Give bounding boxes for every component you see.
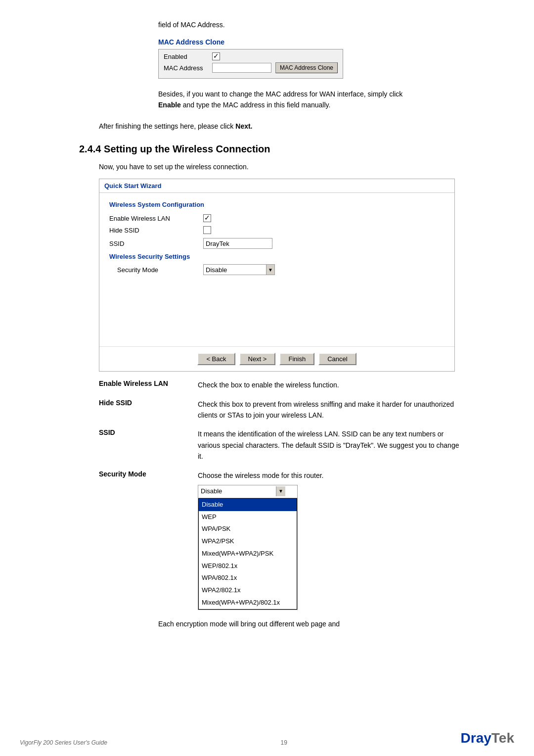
wizard-title: Quick Start Wizard xyxy=(99,179,454,193)
desc-term-security-mode: Security Mode xyxy=(99,470,188,478)
mac-enabled-label: Enabled xyxy=(164,53,208,60)
desc-ssid: SSID It means the identification of the … xyxy=(99,428,465,462)
mac-table: Enabled MAC Address MAC Address Clone xyxy=(158,49,343,79)
ssid-label: SSID xyxy=(109,240,198,247)
desc-def-enable-wireless: Check the box to enable the wireless fun… xyxy=(198,379,465,390)
dropdown-selected-text: Disable xyxy=(199,486,276,497)
desc-term-enable-wireless: Enable Wireless LAN xyxy=(99,379,188,387)
dropdown-option-wep[interactable]: WEP xyxy=(199,511,297,523)
enable-wireless-checkbox[interactable] xyxy=(203,214,211,222)
mac-address-clone-section: MAC Address Clone Enabled MAC Address MA… xyxy=(158,38,494,79)
logo-tek: Tek xyxy=(491,730,514,746)
wizard-spacer xyxy=(109,279,445,338)
wireless-security-row: Wireless Security Settings xyxy=(109,253,445,260)
dropdown-option-disable[interactable]: Disable xyxy=(199,499,297,511)
mac-address-label: MAC Address xyxy=(164,64,208,72)
next-button[interactable]: Next > xyxy=(239,353,276,365)
ssid-row: SSID xyxy=(109,238,445,249)
mac-enabled-row: Enabled xyxy=(164,52,338,60)
desc-term-hide-ssid: Hide SSID xyxy=(99,399,188,407)
desc-def-hide-ssid: Check this box to prevent from wireless … xyxy=(198,399,465,421)
security-mode-select[interactable]: Disable ▼ xyxy=(203,264,275,275)
desc-term-ssid: SSID xyxy=(99,428,188,436)
mac-enabled-checkbox[interactable] xyxy=(212,52,220,60)
encryption-text: Each encryption mode will bring out diff… xyxy=(158,620,494,628)
footer-left: VigorFly 200 Series User's Guide xyxy=(20,739,107,746)
footer-logo: DrayTek xyxy=(461,730,514,746)
mac-section-title: MAC Address Clone xyxy=(158,38,494,46)
after-text: After finishing the settings here, pleas… xyxy=(99,121,494,132)
dropdown-option-mixed-8021x[interactable]: Mixed(WPA+WPA2)/802.1x xyxy=(199,597,297,609)
dropdown-option-mixed-psk[interactable]: Mixed(WPA+WPA2)/PSK xyxy=(199,548,297,560)
desc-hide-ssid: Hide SSID Check this box to prevent from… xyxy=(99,399,465,421)
enable-wireless-label: Enable Wireless LAN xyxy=(109,215,198,222)
next-bold: Next. xyxy=(235,122,252,130)
dropdown-option-wpapsk[interactable]: WPA/PSK xyxy=(199,523,297,535)
dropdown-list: Disable WEP WPA/PSK WPA2/PSK Mixed(WPA+W… xyxy=(198,498,297,610)
wizard-body: Wireless System Configuration Enable Wir… xyxy=(99,193,454,346)
hide-ssid-row: Hide SSID xyxy=(109,226,445,234)
mac-clone-button[interactable]: MAC Address Clone xyxy=(275,62,338,73)
finish-button[interactable]: Finish xyxy=(279,353,314,365)
mac-address-input[interactable] xyxy=(212,63,271,73)
desc-def-security-mode: Choose the wireless mode for this router… xyxy=(198,470,465,610)
quick-start-wizard: Quick Start Wizard Wireless System Confi… xyxy=(99,179,455,372)
desc-def-ssid: It means the identification of the wirel… xyxy=(198,428,465,462)
dropdown-option-wpa8021x[interactable]: WPA/802.1x xyxy=(199,572,297,584)
security-mode-label: Security Mode xyxy=(109,266,198,274)
desc-security-mode: Security Mode Choose the wireless mode f… xyxy=(99,470,465,610)
ssid-input[interactable] xyxy=(203,238,272,249)
wizard-footer: < Back Next > Finish Cancel xyxy=(99,346,454,371)
now-text: Now, you have to set up the wireless con… xyxy=(99,163,494,171)
enable-wireless-row: Enable Wireless LAN xyxy=(109,214,445,222)
mac-address-row: MAC Address MAC Address Clone xyxy=(164,62,338,73)
footer: VigorFly 200 Series User's Guide 19 Dray… xyxy=(0,720,534,756)
dropdown-option-wpa2psk[interactable]: WPA2/PSK xyxy=(199,535,297,548)
besides-text: Besides, if you want to change the MAC a… xyxy=(158,89,415,111)
wireless-security-label: Wireless Security Settings xyxy=(109,253,198,260)
dropdown-option-wep8021x[interactable]: WEP/802.1x xyxy=(199,560,297,572)
security-mode-value: Disable xyxy=(204,266,266,274)
section-heading: 2.4.4 Setting up the Wireless Connection xyxy=(79,143,494,155)
logo-dray: Dray xyxy=(461,730,491,746)
footer-page-number: 19 xyxy=(281,739,287,746)
intro-text: field of MAC Address. xyxy=(158,20,494,30)
hide-ssid-checkbox[interactable] xyxy=(203,226,211,234)
security-mode-row: Security Mode Disable ▼ xyxy=(109,264,445,275)
description-block: Enable Wireless LAN Check the box to ena… xyxy=(99,379,465,610)
security-dropdown-display: Disable ▼ Disable WEP WPA/PSK WPA2/PSK M… xyxy=(198,485,298,610)
desc-enable-wireless: Enable Wireless LAN Check the box to ena… xyxy=(99,379,465,390)
dropdown-arrow-icon: ▼ xyxy=(276,486,285,496)
hide-ssid-label: Hide SSID xyxy=(109,227,198,234)
dropdown-option-wpa28021x[interactable]: WPA2/802.1x xyxy=(199,584,297,597)
dropdown-selected-row[interactable]: Disable ▼ xyxy=(198,485,297,498)
wireless-system-config-title: Wireless System Configuration xyxy=(109,201,445,208)
back-button[interactable]: < Back xyxy=(197,353,235,365)
cancel-button[interactable]: Cancel xyxy=(318,353,356,365)
select-arrow-icon: ▼ xyxy=(266,265,274,275)
